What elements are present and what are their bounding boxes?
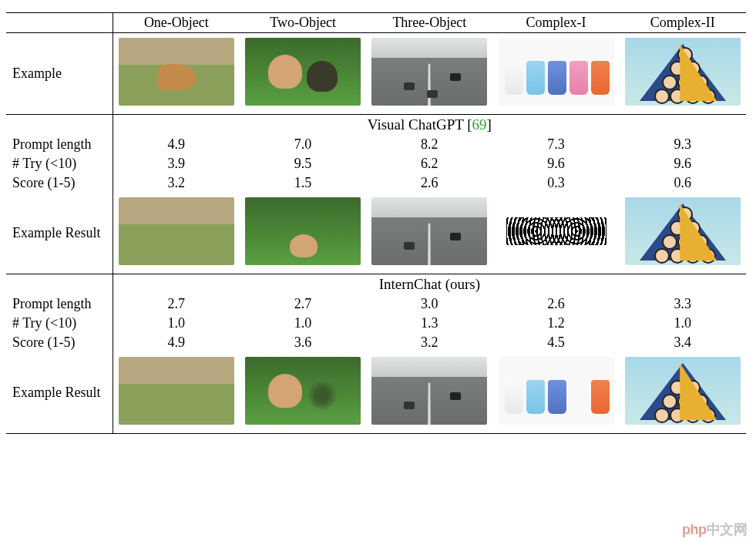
vcg-result-three-object bbox=[366, 193, 492, 274]
row-label-example-result: Example Result bbox=[6, 352, 113, 434]
ic-result-complex-ii bbox=[620, 352, 746, 434]
row-label-try: # Try (<10) bbox=[6, 154, 113, 173]
cell-value: 1.2 bbox=[492, 314, 619, 333]
row-label-prompt-length: Prompt length bbox=[6, 294, 113, 314]
one-cat-grass-image bbox=[245, 197, 361, 265]
cell-value: 2.7 bbox=[113, 294, 240, 314]
cell-value: 3.4 bbox=[620, 333, 746, 352]
cell-value: 9.6 bbox=[620, 154, 746, 173]
column-header: One-Object bbox=[113, 13, 240, 33]
cell-value: 1.0 bbox=[113, 314, 240, 333]
cups-one-removed-image bbox=[499, 357, 614, 425]
row-label-score: Score (1-5) bbox=[6, 333, 113, 352]
method-name: InternChat (ours) bbox=[379, 276, 480, 292]
colored-cups-image bbox=[499, 38, 614, 106]
cartoon-pyramid-image bbox=[625, 197, 741, 265]
cell-value: 7.3 bbox=[492, 135, 619, 154]
cell-value: 4.9 bbox=[113, 333, 240, 352]
column-header: Three-Object bbox=[366, 13, 492, 33]
row-label-prompt-length: Prompt length bbox=[6, 135, 113, 154]
cell-value: 7.0 bbox=[240, 135, 366, 154]
vcg-result-one-object bbox=[113, 193, 240, 274]
cell-value: 1.3 bbox=[366, 314, 492, 333]
cell-value: 3.6 bbox=[240, 333, 366, 352]
row-label-example: Example bbox=[6, 33, 113, 115]
cell-value: 9.3 bbox=[620, 135, 746, 154]
cell-value: 2.6 bbox=[492, 294, 619, 314]
column-header: Complex-II bbox=[620, 13, 746, 33]
comparison-table: One-Object Two-Object Three-Object Compl… bbox=[6, 12, 746, 434]
cell-value: 4.5 bbox=[492, 333, 619, 352]
cell-value: 3.2 bbox=[366, 333, 492, 352]
abstract-bw-pattern-image bbox=[499, 197, 614, 265]
section-title-internchat: InternChat (ours) bbox=[113, 274, 746, 295]
cell-value: 1.0 bbox=[240, 314, 366, 333]
column-header: Two-Object bbox=[240, 13, 366, 33]
citation-number: 69 bbox=[472, 116, 487, 133]
cell-value: 0.3 bbox=[492, 173, 619, 193]
cartoon-pyramid-edited-image bbox=[625, 357, 741, 425]
vcg-result-complex-ii bbox=[620, 193, 746, 274]
cell-value: 8.2 bbox=[366, 135, 492, 154]
cartoon-pyramid-image bbox=[625, 38, 741, 106]
cell-value: 1.0 bbox=[620, 314, 746, 333]
header-blank bbox=[6, 13, 113, 33]
cell-value: 9.6 bbox=[492, 154, 619, 173]
field-no-dog-image bbox=[119, 357, 234, 425]
column-header: Complex-I bbox=[492, 13, 619, 33]
cell-value: 3.0 bbox=[366, 294, 492, 314]
cell-value: 0.6 bbox=[620, 173, 746, 193]
example-image-one-object bbox=[113, 33, 240, 115]
cell-value: 6.2 bbox=[366, 154, 492, 173]
cell-value: 3.2 bbox=[113, 173, 240, 193]
example-image-two-object bbox=[240, 33, 366, 115]
highway-fewer-cars-image bbox=[371, 197, 487, 265]
highway-fewer-cars-image bbox=[371, 357, 487, 425]
row-label-score: Score (1-5) bbox=[6, 173, 113, 193]
ic-result-complex-i bbox=[492, 352, 619, 434]
example-image-complex-ii bbox=[620, 33, 746, 115]
cell-value: 9.5 bbox=[240, 154, 366, 173]
cite-bracket: ] bbox=[487, 116, 492, 133]
cat-blurred-image bbox=[245, 357, 361, 425]
vcg-result-complex-i bbox=[492, 193, 619, 274]
example-image-three-object bbox=[366, 33, 492, 115]
ic-result-three-object bbox=[366, 352, 492, 434]
cell-value: 4.9 bbox=[113, 135, 240, 154]
two-cats-image bbox=[245, 38, 361, 106]
section-title-visual-chatgpt: Visual ChatGPT [69] bbox=[113, 115, 746, 136]
field-no-dog-image bbox=[119, 197, 234, 265]
method-name: Visual ChatGPT bbox=[368, 116, 464, 133]
vcg-result-two-object bbox=[240, 193, 366, 274]
example-image-complex-i bbox=[492, 33, 619, 115]
dog-running-image bbox=[119, 38, 234, 106]
cell-value: 1.5 bbox=[240, 173, 366, 193]
cell-value: 3.9 bbox=[113, 154, 240, 173]
cell-value: 2.7 bbox=[240, 294, 366, 314]
cell-value: 2.6 bbox=[366, 173, 492, 193]
row-label-example-result: Example Result bbox=[6, 193, 113, 274]
ic-result-two-object bbox=[240, 352, 366, 434]
highway-cars-image bbox=[371, 38, 487, 106]
ic-result-one-object bbox=[113, 352, 240, 434]
row-label-try: # Try (<10) bbox=[6, 314, 113, 333]
cell-value: 3.3 bbox=[620, 294, 746, 314]
